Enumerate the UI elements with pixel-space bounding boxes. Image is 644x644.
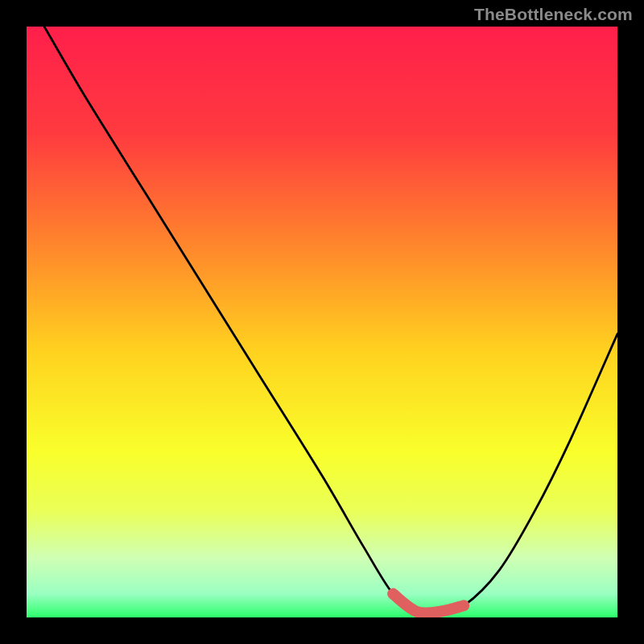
plot-area bbox=[27, 27, 617, 617]
highlight-segment bbox=[393, 594, 464, 613]
curve-line bbox=[44, 27, 617, 613]
bottleneck-curve bbox=[27, 27, 617, 617]
watermark-text: TheBottleneck.com bbox=[474, 5, 633, 24]
chart-frame: TheBottleneck.com bbox=[0, 0, 644, 644]
